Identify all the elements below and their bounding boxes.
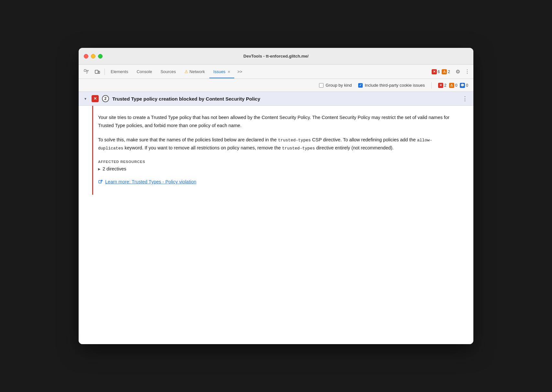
group-by-kind-filter[interactable]: Group by kind xyxy=(319,83,352,88)
collapse-chevron-icon: ▼ xyxy=(84,97,87,101)
devtools-window: DevTools - tt-enforced.glitch.me/ Elemen… xyxy=(79,48,473,344)
badge-group: ✕ 6 ⚠ 2 xyxy=(432,69,450,74)
tab-elements[interactable]: Elements xyxy=(107,67,132,76)
tab-issues[interactable]: Issues ✕ xyxy=(209,67,234,76)
directives-item[interactable]: ▶ 2 directives xyxy=(98,166,463,171)
filter-divider xyxy=(431,82,432,89)
tab-network[interactable]: ⚠ Network xyxy=(181,67,209,76)
issue-more-button[interactable]: ⋮ xyxy=(462,95,468,102)
issue-count-badge: 2 xyxy=(102,95,109,102)
titlebar: DevTools - tt-enforced.glitch.me/ xyxy=(79,48,473,65)
device-toggle-button[interactable] xyxy=(92,67,103,76)
network-warning-icon: ⚠ xyxy=(184,69,188,74)
filter-info-icon: 💬 xyxy=(460,83,465,88)
issue-left-border xyxy=(92,106,93,195)
affected-resources-label: AFFECTED RESOURCES xyxy=(98,160,463,164)
issues-tab-close[interactable]: ✕ xyxy=(227,70,230,74)
include-third-party-label: Include third-party cookie issues xyxy=(365,83,425,88)
minimize-button[interactable] xyxy=(91,54,95,59)
warning-count: 2 xyxy=(448,70,450,74)
maximize-button[interactable] xyxy=(98,54,103,59)
expand-directives-icon: ▶ xyxy=(98,167,101,171)
content-area: ▼ ✕ 2 Trusted Type policy creation block… xyxy=(79,92,473,344)
tab-sources[interactable]: Sources xyxy=(157,67,180,76)
filter-error-count: 2 xyxy=(444,83,447,88)
close-button[interactable] xyxy=(84,54,88,59)
error-count: 6 xyxy=(438,70,440,74)
issue-solution: To solve this, make sure that the names … xyxy=(98,136,463,152)
svg-rect-0 xyxy=(84,70,86,71)
learn-more-text: Learn more: Trusted Types - Policy viola… xyxy=(105,179,196,184)
filter-warning-badge: ⚠ 0 xyxy=(449,83,458,88)
learn-more-link[interactable]: Learn more: Trusted Types - Policy viola… xyxy=(98,179,463,184)
filter-info-badge: 💬 0 xyxy=(460,83,468,88)
issue-description: Your site tries to create a Trusted Type… xyxy=(98,114,463,129)
warning-badge: ⚠ 2 xyxy=(442,69,450,74)
error-badge: ✕ 6 xyxy=(432,69,440,74)
filter-bar: Group by kind Include third-party cookie… xyxy=(79,79,473,92)
more-tabs-button[interactable]: >> xyxy=(235,68,245,75)
filter-info-count: 0 xyxy=(466,83,468,88)
issue-title: Trusted Type policy creation blocked by … xyxy=(112,96,459,102)
filter-error-icon: ✕ xyxy=(438,83,443,88)
filter-error-badge: ✕ 2 xyxy=(438,83,447,88)
more-options-button[interactable]: ⋮ xyxy=(463,67,471,76)
filter-badges: ✕ 2 ⚠ 0 💬 0 xyxy=(438,83,468,88)
issue-body: Your site tries to create a Trusted Type… xyxy=(79,106,473,195)
issue-error-badge: ✕ xyxy=(92,95,99,102)
settings-button[interactable]: ⚙ xyxy=(453,67,462,76)
issue-header[interactable]: ▼ ✕ 2 Trusted Type policy creation block… xyxy=(79,92,473,106)
directives-count: 2 directives xyxy=(103,166,126,171)
svg-rect-4 xyxy=(95,70,98,73)
include-third-party-filter[interactable]: Include third-party cookie issues xyxy=(358,83,425,88)
gear-icon: ⚙ xyxy=(456,69,460,75)
filter-warning-icon: ⚠ xyxy=(449,83,454,88)
toolbar: Elements Console Sources ⚠ Network Issue… xyxy=(79,65,473,79)
svg-rect-5 xyxy=(98,71,100,73)
more-icon: ⋮ xyxy=(465,69,469,75)
group-by-kind-checkbox[interactable] xyxy=(319,83,324,88)
error-badge-icon: ✕ xyxy=(432,69,437,74)
warning-badge-icon: ⚠ xyxy=(442,69,447,74)
group-by-kind-label: Group by kind xyxy=(326,83,352,88)
toolbar-divider-1 xyxy=(105,69,105,75)
traffic-lights xyxy=(84,54,103,59)
filter-warning-count: 0 xyxy=(455,83,458,88)
element-picker-button[interactable] xyxy=(81,67,92,76)
external-link-icon xyxy=(98,179,103,184)
include-third-party-checkbox[interactable] xyxy=(358,83,363,88)
window-title: DevTools - tt-enforced.glitch.me/ xyxy=(243,54,308,59)
tab-console[interactable]: Console xyxy=(133,67,156,76)
